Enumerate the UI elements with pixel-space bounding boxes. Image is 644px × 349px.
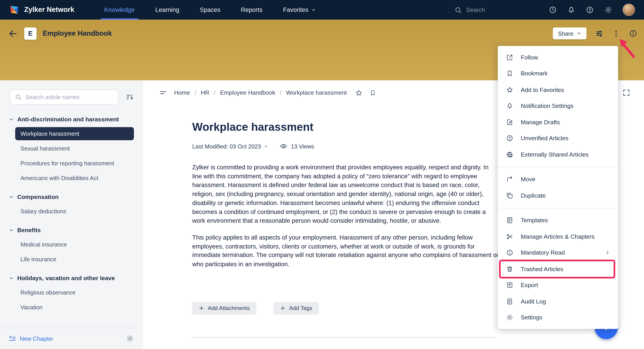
chevron-down-icon[interactable] [9,276,14,280]
nav-tab-favorites[interactable]: Favorites [273,0,326,20]
bookmark-icon[interactable] [369,89,376,96]
article-vacation[interactable]: Vacation [0,300,142,315]
nav-tab-spaces[interactable]: Spaces [190,0,230,20]
crumb-action-icons [355,89,376,97]
audit-log-icon [506,298,514,305]
history-clock-icon[interactable] [549,6,557,14]
search-input[interactable] [466,6,532,13]
chevron-right-icon [605,250,610,255]
article-salary-deductions[interactable]: Salary deductions [0,204,142,219]
banner-left-group: E Employee Handbook [8,28,112,40]
outline-toc-icon[interactable] [160,88,168,97]
trash-icon [506,265,514,273]
star-icon [506,86,514,94]
article-life-insurance[interactable]: Life insurance [0,252,142,267]
global-search[interactable] [454,6,549,14]
add-tags-button[interactable]: Add Tags [274,302,319,315]
new-chapter-button[interactable]: New Chapter [8,335,53,342]
nav-tab-knowledge[interactable]: Knowledge [94,0,145,20]
board-title: Employee Handbook [42,30,112,38]
menu-item-follow[interactable]: Follow [498,49,618,65]
breadcrumb-employee-handbook[interactable]: Employee Handbook [220,90,275,96]
bell-icon[interactable] [567,6,576,14]
new-chapter-icon [8,335,16,342]
kebab-menu-icon[interactable] [612,30,620,38]
menu-item-add-to-favorites[interactable]: Add to Favorites [498,82,618,98]
banner-actions: Share [553,28,638,40]
article-paragraph: Zylker is committed to providing a work … [192,163,498,225]
menu-item-trashed-articles[interactable]: Trashed Articles [498,261,618,277]
menu-item-mandatory-read[interactable]: Mandatory Read [498,245,618,261]
info-icon[interactable] [629,29,637,38]
sidebar-search-box[interactable] [10,90,118,105]
menu-item-bookmark[interactable]: Bookmark [498,66,618,82]
search-icon [454,6,462,14]
menu-item-notification-settings[interactable]: Notification Settings [498,98,618,114]
views-count: 13 Views [280,142,314,150]
chapter-tree: Anti-discrimination and harassment Workp… [0,112,142,327]
menu-item-manage-drafts[interactable]: Manage Drafts [498,114,618,130]
user-avatar[interactable] [623,4,635,16]
article-meta: Last Modified: 03 Oct 2023 13 Views [192,142,314,150]
share-button[interactable]: Share [553,28,586,40]
bookmark-icon [506,70,514,77]
duplicate-icon [506,192,514,199]
last-modified-label[interactable]: Last Modified: 03 Oct 2023 [192,143,261,150]
menu-item-export[interactable]: Export [498,277,618,293]
chevron-down-icon[interactable] [9,228,14,232]
menu-item-move[interactable]: Move [498,171,618,187]
chapter-holidays[interactable]: Holidays, vacation and other leave [0,271,142,285]
article-procedures-reporting[interactable]: Procedures for reporting harassment [0,156,142,171]
gear-icon[interactable] [604,6,612,14]
menu-item-manage-articles-chapters[interactable]: Manage Articles & Chapters [498,228,618,244]
sidebar-footer: New Chapter [0,328,142,349]
board-initial-badge: E [24,28,36,40]
back-arrow-icon[interactable] [8,29,18,38]
content-divider [192,337,497,338]
article-sexual-harassment[interactable]: Sexual harassment [0,141,142,156]
menu-item-duplicate[interactable]: Duplicate [498,188,618,204]
breadcrumb-home[interactable]: Home [174,90,190,96]
menu-item-audit-log[interactable]: Audit Log [498,293,618,309]
help-icon[interactable] [586,6,594,14]
menu-item-unverified-articles[interactable]: Unverified Articles [498,130,618,146]
navbar-icon-cluster [549,4,635,16]
breadcrumb-hr[interactable]: HR [201,90,209,96]
eye-icon [280,142,288,150]
sidebar-search-input[interactable] [26,94,108,100]
menu-item-settings[interactable]: Settings [498,310,618,326]
chevron-down-icon[interactable] [9,195,14,199]
filter-sliders-icon[interactable] [595,30,604,38]
menu-item-templates[interactable]: Templates [498,212,618,228]
article-workplace-harassment[interactable]: Workplace harassment [15,127,134,140]
article-americans-disabilities[interactable]: Americans with Disabilities Act [0,171,142,186]
gear-icon [506,314,514,321]
chapter-anti-discrimination[interactable]: Anti-discrimination and harassment [0,112,142,126]
chevron-down-icon [311,8,316,12]
menu-item-externally-shared[interactable]: Externally Shared Articles [498,146,618,162]
chevron-down-icon [577,31,581,36]
article-religious-observance[interactable]: Religious observance [0,285,142,300]
favorite-star-icon[interactable] [355,89,363,97]
app-brand[interactable]: Zylker Network [9,4,74,15]
bell-icon [506,102,514,110]
expand-fullscreen-icon[interactable] [622,88,630,97]
menu-divider [498,208,618,208]
chapter-compensation[interactable]: Compensation [0,190,142,204]
chapter-benefits[interactable]: Benefits [0,223,142,237]
export-icon [506,282,514,289]
chevron-down-icon[interactable] [9,117,14,122]
breadcrumb-workplace-harassment: Workplace harassment [286,90,347,96]
chevron-down-icon[interactable] [264,144,268,148]
article-paragraph: This policy applies to all aspects of yo… [192,233,498,268]
brand-title: Zylker Network [24,6,74,14]
add-attachments-button[interactable]: Add Attachments [192,302,256,315]
article-medical-insurance[interactable]: Medical insurance [0,237,142,252]
top-navbar: Zylker Network Knowledge Learning Spaces… [0,0,644,20]
nav-tab-learning[interactable]: Learning [145,0,190,20]
sidebar-settings-icon[interactable] [126,335,134,342]
move-arrow-icon [506,176,514,183]
nav-tab-reports[interactable]: Reports [231,0,273,20]
exclamation-circle-icon [506,249,514,256]
sort-articles-icon[interactable] [125,93,134,101]
